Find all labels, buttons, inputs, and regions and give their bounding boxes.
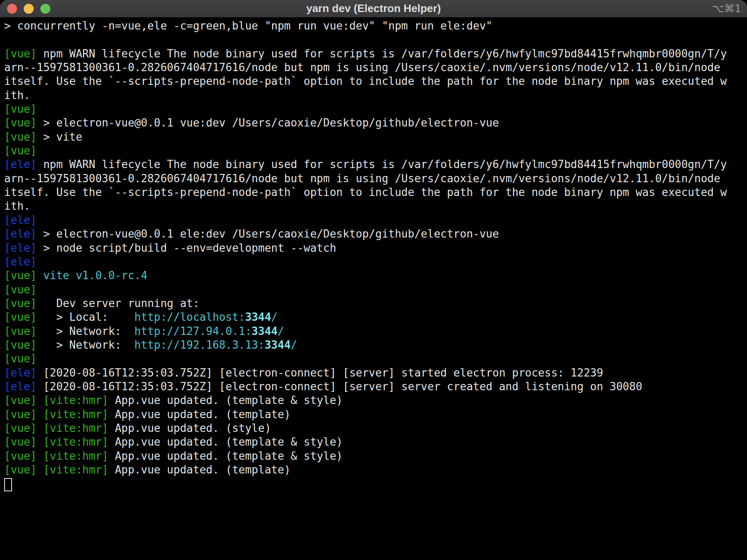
terminal-line: ith. xyxy=(4,89,744,102)
log-text: npm WARN lifecycle The node binary used … xyxy=(37,47,727,60)
command-text: > concurrently -n=vue,ele -c=green,blue … xyxy=(4,20,492,32)
log-text: App.vue updated. (template & style) xyxy=(108,436,343,448)
process-tag-vue: [vue] xyxy=(4,116,37,129)
process-tag-vue: [vue] xyxy=(4,131,37,143)
log-text: > Network: xyxy=(37,339,134,351)
process-tag-vue: [vue] xyxy=(4,47,37,60)
terminal-line: [vue] [vite:hmr] App.vue updated. (templ… xyxy=(4,394,744,407)
log-text: > node script/build --env=development --… xyxy=(37,242,336,254)
log-text xyxy=(37,422,43,434)
log-text: itself. Use the `--scripts-prepend-node-… xyxy=(4,75,727,87)
log-text: ith. xyxy=(4,89,30,102)
log-text: [2020-08-16T12:35:03.752Z] [electron-con… xyxy=(37,380,642,393)
log-text: > electron-vue@0.0.1 ele:dev /Users/caox… xyxy=(37,228,499,240)
dev-server-url: http://localhost: xyxy=(134,311,245,323)
minimize-button[interactable] xyxy=(24,4,34,14)
terminal-line: [ele] [2020-08-16T12:35:03.752Z] [electr… xyxy=(4,366,744,380)
log-text xyxy=(37,436,43,448)
terminal-window: yarn dev (Electron Helper) ⌥⌘1 > concurr… xyxy=(0,0,747,560)
terminal-line: [vue] [vite:hmr] App.vue updated. (style… xyxy=(4,421,744,435)
hmr-tag: [vite:hmr] xyxy=(43,436,109,448)
log-text: arn--1597581300361-0.2826067404717616/no… xyxy=(4,61,720,74)
terminal-line: [vue] [vite:hmr] App.vue updated. (templ… xyxy=(4,408,744,421)
titlebar: yarn dev (Electron Helper) ⌥⌘1 xyxy=(0,0,747,17)
terminal-line: itself. Use the `--scripts-prepend-node-… xyxy=(4,74,744,88)
log-text: ith. xyxy=(4,200,30,212)
log-text xyxy=(37,269,43,282)
window-title: yarn dev (Electron Helper) xyxy=(0,2,747,15)
process-tag-ele: [ele] xyxy=(4,367,37,379)
process-tag-vue: [vue] xyxy=(4,450,37,462)
log-text xyxy=(37,394,43,406)
log-text: arn--1597581300361-0.2826067404717616/no… xyxy=(4,172,720,185)
terminal-line: [vue] vite v1.0.0-rc.4 xyxy=(4,269,744,282)
terminal-line: itself. Use the `--scripts-prepend-node-… xyxy=(4,186,744,199)
zoom-button[interactable] xyxy=(40,4,50,14)
log-text: App.vue updated. (template & style) xyxy=(108,394,343,406)
process-tag-vue: [vue] xyxy=(4,422,37,434)
terminal-line xyxy=(4,33,744,47)
log-text: App.vue updated. (template & style) xyxy=(108,450,343,462)
dev-server-port: 3344 xyxy=(265,339,291,351)
terminal-line: [ele] [2020-08-16T12:35:03.752Z] [electr… xyxy=(4,380,744,394)
terminal-line: [ele] xyxy=(4,255,744,269)
log-text: itself. Use the `--scripts-prepend-node-… xyxy=(4,186,727,198)
process-tag-vue: [vue] xyxy=(4,352,37,365)
log-text: > Network: xyxy=(37,325,134,337)
terminal-line: [vue] npm WARN lifecycle The node binary… xyxy=(4,47,744,61)
terminal-line: [vue] [vite:hmr] App.vue updated. (templ… xyxy=(4,449,744,463)
process-tag-vue: [vue] xyxy=(4,339,37,351)
terminal-line: [vue] > Network: http://127.94.0.1:3344/ xyxy=(4,325,744,338)
process-tag-vue: [vue] xyxy=(4,144,37,157)
terminal-line: [vue] > vite xyxy=(4,130,744,144)
hmr-tag: [vite:hmr] xyxy=(43,450,109,462)
process-tag-vue: [vue] xyxy=(4,394,37,406)
process-tag-vue: [vue] xyxy=(4,463,37,476)
terminal-line: [ele] > electron-vue@0.0.1 ele:dev /User… xyxy=(4,227,744,241)
terminal-line: ith. xyxy=(4,199,744,213)
hmr-tag: [vite:hmr] xyxy=(43,463,109,476)
process-tag-vue: [vue] xyxy=(4,269,37,282)
terminal-line: arn--1597581300361-0.2826067404717616/no… xyxy=(4,172,744,186)
process-tag-ele: [ele] xyxy=(4,158,37,171)
terminal-line: [vue] > Local: http://localhost:3344/ xyxy=(4,310,744,324)
dev-server-port: 3344 xyxy=(252,325,278,337)
terminal-line: [vue] > electron-vue@0.0.1 vue:dev /User… xyxy=(4,116,744,130)
hmr-tag: [vite:hmr] xyxy=(43,408,109,421)
terminal-line: [vue] Dev server running at: xyxy=(4,297,744,310)
terminal-line: [vue] xyxy=(4,102,744,116)
traffic-lights xyxy=(7,4,50,14)
log-text: / xyxy=(291,339,297,351)
window-shortcut-badge: ⌥⌘1 xyxy=(712,2,741,15)
dev-server-url: http://192.168.3.13: xyxy=(134,339,265,351)
terminal-body[interactable]: > concurrently -n=vue,ele -c=green,blue … xyxy=(0,17,747,560)
terminal-line: [vue] xyxy=(4,144,744,158)
log-text: > vite xyxy=(37,131,82,143)
dev-server-url: http://127.94.0.1: xyxy=(134,325,252,337)
log-text: App.vue updated. (template) xyxy=(108,463,290,476)
log-text: npm WARN lifecycle The node binary used … xyxy=(37,158,727,171)
log-text: > electron-vue@0.0.1 vue:dev /Users/caox… xyxy=(37,116,499,129)
process-tag-vue: [vue] xyxy=(4,297,37,310)
terminal-line: [vue] xyxy=(4,283,744,297)
close-button[interactable] xyxy=(7,4,17,14)
process-tag-ele: [ele] xyxy=(4,380,37,393)
hmr-tag: [vite:hmr] xyxy=(43,394,109,406)
process-tag-vue: [vue] xyxy=(4,436,37,448)
process-tag-vue: [vue] xyxy=(4,283,37,296)
process-tag-ele: [ele] xyxy=(4,255,37,268)
process-tag-vue: [vue] xyxy=(4,311,37,323)
log-text: Dev server running at: xyxy=(37,297,199,310)
terminal-line: [ele] npm WARN lifecycle The node binary… xyxy=(4,158,744,171)
process-tag-ele: [ele] xyxy=(4,214,37,226)
terminal-line: [ele] xyxy=(4,213,744,227)
log-text xyxy=(37,408,43,421)
log-text: / xyxy=(271,311,278,323)
process-tag-ele: [ele] xyxy=(4,228,37,240)
terminal-line: arn--1597581300361-0.2826067404717616/no… xyxy=(4,61,744,74)
terminal-line: [ele] > node script/build --env=developm… xyxy=(4,241,744,255)
log-text: > Local: xyxy=(37,311,134,323)
process-tag-vue: [vue] xyxy=(4,103,37,115)
terminal-line: [vue] > Network: http://192.168.3.13:334… xyxy=(4,338,744,352)
vite-version: vite v1.0.0-rc.4 xyxy=(43,269,147,282)
